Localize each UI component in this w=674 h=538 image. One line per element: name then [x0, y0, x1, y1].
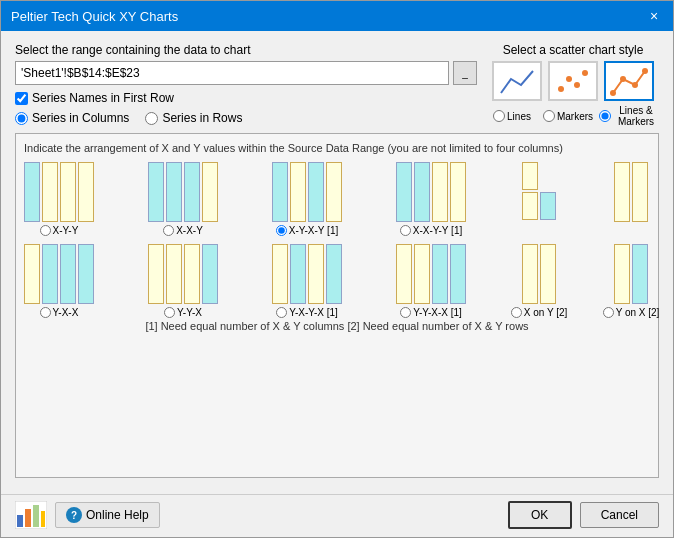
arr-y-on-x-top	[612, 162, 650, 236]
dialog-body: Select the range containing the data to …	[1, 31, 673, 494]
arr-x-y-y-label: X-Y-Y	[53, 225, 79, 236]
lines-label: Lines	[507, 111, 531, 122]
notes-text: [1] Need equal number of X & Y columns […	[145, 320, 528, 332]
arr-y-on-x-top-cols	[614, 162, 648, 222]
arr-y-y-x-x-cols	[396, 244, 466, 304]
arr-y-x-y-x-cols	[272, 244, 342, 304]
arr-y-y-x: Y-Y-X	[148, 244, 218, 318]
col-y	[60, 162, 76, 222]
series-columns-label: Series in Columns	[32, 111, 129, 125]
arr-y-x-x-label-row: Y-X-X	[40, 307, 79, 318]
col-x-full	[632, 244, 648, 304]
col-y	[78, 162, 94, 222]
series-names-checkbox[interactable]	[15, 92, 28, 105]
markers-radio[interactable]	[543, 110, 555, 122]
arr-x-y-x-y-radio[interactable]	[276, 225, 287, 236]
svg-point-0	[558, 86, 564, 92]
col-x	[202, 244, 218, 304]
arrangements-top-row: X-Y-Y X-X-Y	[24, 162, 650, 236]
scatter-markers-thumb[interactable]	[548, 61, 598, 101]
range-collapse-button[interactable]: _	[453, 61, 477, 85]
lines-markers-radio[interactable]	[599, 110, 611, 122]
col-y-full	[614, 244, 630, 304]
col-x-bot	[540, 192, 556, 220]
arr-x-x-y-y: X-X-Y-Y [1]	[396, 162, 466, 236]
arr-y-y-x-label-row: Y-Y-X	[164, 307, 202, 318]
cancel-button[interactable]: Cancel	[580, 502, 659, 528]
arr-y-on-x: Y on X [2]	[612, 244, 650, 318]
svg-point-6	[632, 82, 638, 88]
col-y	[326, 162, 342, 222]
col-x	[290, 244, 306, 304]
col-y	[414, 244, 430, 304]
arr-y-y-x-cols	[148, 244, 218, 304]
col-x	[450, 244, 466, 304]
arr-y-on-x-label: Y on X [2]	[616, 307, 660, 318]
scatter-label: Select a scatter chart style	[503, 43, 644, 57]
lines-radio[interactable]	[493, 110, 505, 122]
arrangement-title: Indicate the arrangement of X and Y valu…	[24, 142, 650, 154]
svg-point-2	[574, 82, 580, 88]
arrangement-box: Indicate the arrangement of X and Y valu…	[15, 133, 659, 478]
close-button[interactable]: ×	[645, 7, 663, 25]
arr-x-y-y-radio[interactable]	[40, 225, 51, 236]
arr-x-on-y-radio[interactable]	[511, 307, 522, 318]
series-columns-radio[interactable]	[15, 112, 28, 125]
col-y	[24, 244, 40, 304]
range-input[interactable]	[15, 61, 449, 85]
arr-x-on-y-top-cols	[522, 162, 556, 222]
arr-y-x-x-radio[interactable]	[40, 307, 51, 318]
arr-x-on-y-label: X on Y [2]	[524, 307, 568, 318]
markers-label-item: Markers	[543, 105, 593, 127]
arr-y-y-x-radio[interactable]	[164, 307, 175, 318]
series-rows-radio[interactable]	[145, 112, 158, 125]
col-y-full	[522, 244, 538, 304]
col-y	[148, 244, 164, 304]
arr-y-x-y-x-radio[interactable]	[276, 307, 287, 318]
arr-x-x-y-y-radio[interactable]	[400, 225, 411, 236]
col-y	[184, 244, 200, 304]
lines-label-item: Lines	[487, 105, 537, 127]
arr-x-x-y-radio[interactable]	[163, 225, 174, 236]
notes-row: [1] Need equal number of X & Y columns […	[24, 320, 650, 332]
arr-x-x-y: X-X-Y	[148, 162, 218, 236]
arr-x-on-y-label-row: X on Y [2]	[511, 307, 568, 318]
series-rows-option[interactable]: Series in Rows	[145, 111, 242, 125]
arr-y-x-x: Y-X-X	[24, 244, 94, 318]
ok-button[interactable]: OK	[508, 501, 572, 529]
lines-markers-label-item: Lines & Markers	[599, 105, 659, 127]
series-columns-option[interactable]: Series in Columns	[15, 111, 129, 125]
arr-y-y-x-x-radio[interactable]	[400, 307, 411, 318]
arr-y-on-x-cols	[614, 244, 648, 304]
arr-y-y-x-x-label: Y-Y-X-X [1]	[413, 307, 462, 318]
arr-y-on-x-radio[interactable]	[603, 307, 614, 318]
markers-label: Markers	[557, 111, 593, 122]
help-label: Online Help	[86, 508, 149, 522]
col-x	[308, 162, 324, 222]
top-section: Select the range containing the data to …	[15, 43, 659, 127]
scatter-lines-markers-thumb[interactable]	[604, 61, 654, 101]
col-x	[24, 162, 40, 222]
arr-x-y-x-y-cols	[272, 162, 342, 222]
arr-x-y-x-y: X-Y-X-Y [1]	[272, 162, 342, 236]
arr-x-x-y-label: X-X-Y	[176, 225, 203, 236]
arr-y-x-x-label: Y-X-X	[53, 307, 79, 318]
arr-y-y-x-x-label-row: Y-Y-X-X [1]	[400, 307, 462, 318]
scatter-lines-thumb[interactable]	[492, 61, 542, 101]
arr-y-x-y-x-label: Y-X-Y-X [1]	[289, 307, 338, 318]
svg-rect-12	[41, 511, 45, 527]
svg-point-1	[566, 76, 572, 82]
arr-y-on-x-label-row: Y on X [2]	[603, 307, 660, 318]
help-button[interactable]: ? Online Help	[55, 502, 160, 528]
arrangements-bottom-row: Y-X-X Y-Y-X	[24, 244, 650, 318]
arr-x-y-y-cols	[24, 162, 94, 222]
right-section: Select a scatter chart style	[487, 43, 659, 127]
arr-y-x-y-x: Y-X-Y-X [1]	[272, 244, 342, 318]
arr-x-y-y-label-row: X-Y-Y	[40, 225, 79, 236]
col-x	[148, 162, 164, 222]
stack2	[540, 192, 556, 220]
left-section: Select the range containing the data to …	[15, 43, 477, 125]
arr-x-on-y-top	[520, 162, 558, 236]
stack1	[522, 162, 538, 220]
col-y	[308, 244, 324, 304]
